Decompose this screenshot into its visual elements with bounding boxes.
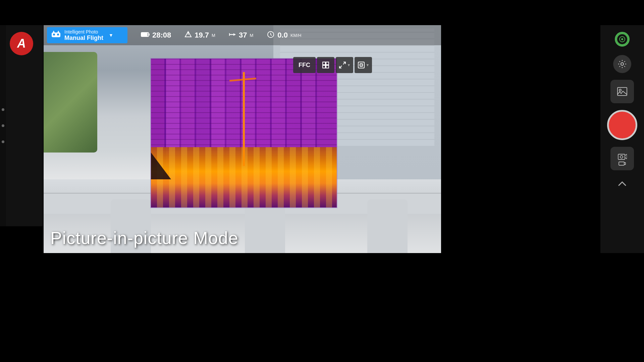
svg-point-24 [619, 89, 621, 91]
logo-button[interactable]: A [10, 32, 33, 55]
svg-rect-25 [618, 154, 625, 160]
gallery-button[interactable] [610, 80, 634, 103]
record-button-inner [612, 115, 632, 135]
panel-dot-3 [2, 140, 4, 143]
panel-dot-2 [2, 124, 4, 127]
svg-rect-0 [323, 62, 325, 65]
mode-line1: Intelligent Photo [64, 29, 103, 35]
pip-layout-button[interactable] [317, 57, 334, 73]
settings-button[interactable] [613, 55, 631, 73]
camera-mode-button[interactable] [610, 147, 634, 170]
altitude-icon [184, 31, 192, 40]
svg-rect-15 [149, 34, 150, 36]
thermal-overlay [150, 58, 337, 208]
drone-icon [51, 30, 61, 41]
svg-marker-19 [233, 33, 235, 36]
gps-ring-icon [615, 32, 630, 47]
fullscreen-button[interactable]: ▼ [336, 57, 353, 73]
svg-rect-2 [323, 65, 325, 68]
distance-icon [229, 31, 236, 40]
logo-letter: A [17, 37, 26, 51]
svg-marker-11 [53, 31, 55, 33]
panel-dot-1 [2, 108, 4, 111]
battery-status: 28:08 [141, 31, 171, 40]
svg-rect-14 [142, 33, 148, 36]
svg-point-10 [57, 34, 59, 36]
svg-rect-23 [618, 87, 627, 96]
main-camera-view [44, 25, 441, 253]
svg-point-9 [53, 34, 55, 36]
speed-unit: KM/H [290, 33, 302, 38]
speed-icon [267, 31, 275, 40]
thermal-controls-bar: FFC ▼ ▼ [293, 57, 372, 73]
svg-marker-12 [57, 31, 59, 33]
svg-point-22 [621, 63, 624, 65]
left-thin-panel [0, 25, 6, 226]
speed-status: 0.0KM/H [267, 31, 301, 40]
svg-rect-28 [624, 163, 626, 165]
pip-mode-text: Picture-in-picture Mode [50, 228, 238, 248]
ffc-button[interactable]: FFC [293, 57, 316, 73]
bottom-black-bar [0, 255, 644, 362]
mode-dropdown-arrow: ▼ [109, 33, 113, 38]
distance-status: 37M [229, 31, 253, 40]
top-black-bar [0, 0, 644, 25]
mode-line2: Manual Flight [64, 35, 103, 42]
battery-icon [141, 32, 150, 39]
record-button[interactable] [607, 110, 637, 140]
gps-button[interactable] [613, 30, 631, 48]
bridge-support-3 [367, 199, 408, 253]
altitude-status: 19.7M [184, 31, 215, 40]
distance-value: 37 [239, 31, 247, 40]
altitude-unit: M [212, 33, 215, 38]
thermal-crane [243, 72, 245, 166]
svg-rect-27 [619, 162, 624, 165]
battery-value: 28:08 [152, 31, 171, 40]
svg-rect-1 [326, 62, 329, 65]
svg-rect-7 [360, 64, 363, 66]
background-greenery [44, 52, 97, 153]
right-sidebar [600, 25, 644, 253]
speed-value: 0.0 [277, 31, 288, 40]
top-status-bar: Intelligent Photo Manual Flight ▼ 28:08 … [44, 25, 485, 45]
pip-mode-label: Picture-in-picture Mode [44, 225, 245, 251]
mode-selector[interactable]: Intelligent Photo Manual Flight ▼ [47, 27, 127, 43]
svg-line-5 [339, 66, 342, 68]
logo-area: A [0, 25, 43, 55]
overlay-button[interactable]: ▼ [355, 57, 372, 73]
distance-unit: M [250, 33, 253, 38]
chevron-up-button[interactable] [612, 177, 632, 190]
svg-point-26 [620, 156, 623, 158]
svg-line-4 [343, 62, 345, 64]
svg-rect-3 [326, 65, 329, 68]
altitude-value: 19.7 [195, 31, 209, 40]
svg-rect-8 [52, 33, 60, 37]
mode-text-group: Intelligent Photo Manual Flight [64, 29, 103, 42]
left-sidebar: A [0, 25, 43, 226]
